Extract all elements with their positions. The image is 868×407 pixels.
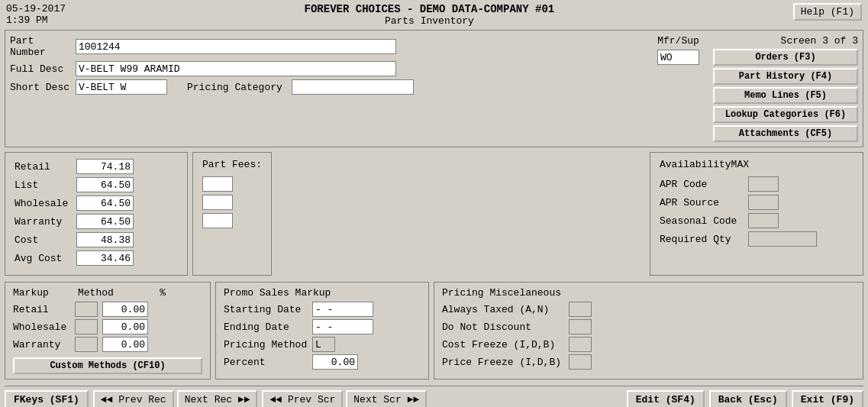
markup-retail-pct-input[interactable] bbox=[102, 302, 148, 317]
exit-button[interactable]: Exit (F9) bbox=[792, 390, 863, 407]
markup-wholesale-method-input[interactable] bbox=[75, 319, 98, 334]
apr-source-input[interactable] bbox=[748, 195, 779, 210]
pricing-category-input[interactable] bbox=[292, 79, 414, 95]
help-btn-wrapper: Help (F1) bbox=[793, 3, 862, 21]
memo-lines-button[interactable]: Memo Lines (F5) bbox=[713, 87, 858, 104]
retail-price-row: Retail bbox=[15, 159, 178, 174]
fee-input-1[interactable] bbox=[202, 176, 233, 192]
rec-nav-group: ◄◄ Prev Rec Next Rec ►► bbox=[93, 390, 258, 407]
cost-freeze-row: Cost Freeze (I,D,B) bbox=[442, 337, 855, 352]
edit-button[interactable]: Edit (SF4) bbox=[627, 390, 705, 407]
do-not-discount-label: Do Not Discount bbox=[442, 321, 564, 333]
header-center: FOREVER CHOICES - DEMO DATA-COMPANY #01 … bbox=[66, 3, 793, 27]
markup-pct-col-label: % bbox=[127, 287, 166, 299]
apr-source-label: APR Source bbox=[660, 197, 744, 208]
attachments-button[interactable]: Attachments (CF5) bbox=[713, 125, 858, 142]
price-freeze-input[interactable] bbox=[569, 354, 592, 370]
markup-warranty-method-input[interactable] bbox=[75, 337, 98, 352]
markup-header: Markup Method % bbox=[13, 287, 202, 299]
percent-input[interactable] bbox=[312, 354, 358, 370]
part-info: Part Number Full Desc Short Desc Pricing… bbox=[10, 35, 651, 142]
percent-row: Percent bbox=[224, 354, 421, 370]
pricing-misc-header: Pricing Miscelaneous bbox=[442, 287, 855, 299]
markup-warranty-label: Warranty bbox=[13, 339, 70, 350]
next-rec-button[interactable]: Next Rec ►► bbox=[177, 390, 258, 407]
short-desc-input[interactable] bbox=[76, 79, 167, 95]
avg-cost-price-row: Avg Cost bbox=[15, 250, 178, 266]
markup-wholesale-pct-input[interactable] bbox=[102, 319, 148, 334]
markup-warranty-pct-input[interactable] bbox=[102, 337, 148, 352]
top-section: Part Number Full Desc Short Desc Pricing… bbox=[5, 30, 863, 147]
promo-header: Promo Sales Markup bbox=[224, 287, 421, 299]
prev-rec-button[interactable]: ◄◄ Prev Rec bbox=[93, 390, 174, 407]
next-scr-button[interactable]: Next Scr ►► bbox=[346, 390, 427, 407]
cost-price-input[interactable] bbox=[76, 232, 134, 247]
fee-input-3[interactable] bbox=[202, 213, 233, 228]
prices-box: Retail List Wholesale Warranty Cost Avg … bbox=[5, 152, 188, 276]
markup-warranty-row: Warranty bbox=[13, 337, 202, 352]
pricing-method-label: Pricing Method bbox=[224, 339, 308, 350]
ending-date-row: Ending Date bbox=[224, 319, 421, 334]
starting-date-label: Starting Date bbox=[224, 304, 308, 315]
help-button[interactable]: Help (F1) bbox=[793, 3, 862, 21]
header-left: 05-19-2017 1:39 PM bbox=[6, 3, 66, 26]
pricing-misc-box: Pricing Miscelaneous Always Taxed (A,N) … bbox=[434, 282, 863, 380]
markup-wholesale-row: Wholesale bbox=[13, 319, 202, 334]
cost-freeze-label: Cost Freeze (I,D,B) bbox=[442, 339, 564, 350]
warranty-price-input[interactable] bbox=[76, 214, 134, 229]
time-display: 1:39 PM bbox=[6, 15, 66, 26]
required-qty-input[interactable] bbox=[748, 231, 817, 247]
seasonal-code-input[interactable] bbox=[748, 213, 779, 228]
price-freeze-label: Price Freeze (I,D,B) bbox=[442, 357, 564, 368]
starting-date-input[interactable] bbox=[312, 302, 373, 317]
markup-main-label: Markup bbox=[13, 287, 70, 299]
list-price-row: List bbox=[15, 177, 178, 192]
do-not-discount-input[interactable] bbox=[569, 319, 592, 334]
wholesale-price-input[interactable] bbox=[76, 195, 134, 211]
header: 05-19-2017 1:39 PM FOREVER CHOICES - DEM… bbox=[0, 0, 868, 28]
prev-scr-button[interactable]: ◄◄ Prev Scr bbox=[262, 390, 343, 407]
orders-button[interactable]: Orders (F3) bbox=[713, 49, 858, 66]
wholesale-price-label: Wholesale bbox=[15, 198, 72, 209]
retail-price-input[interactable] bbox=[76, 159, 134, 174]
apr-code-row: APR Code bbox=[660, 176, 853, 192]
list-price-input[interactable] bbox=[76, 177, 134, 192]
pricing-category-label: Pricing Category bbox=[187, 82, 282, 93]
page-subtitle: Parts Inventory bbox=[66, 15, 793, 27]
part-history-button[interactable]: Part History (F4) bbox=[713, 68, 858, 85]
full-desc-label: Full Desc bbox=[10, 63, 71, 75]
lookup-categories-button[interactable]: Lookup Categories (F6) bbox=[713, 106, 858, 123]
main-container: 05-19-2017 1:39 PM FOREVER CHOICES - DEM… bbox=[0, 0, 868, 407]
apr-source-row: APR Source bbox=[660, 195, 853, 210]
middle-spacer bbox=[276, 152, 645, 276]
retail-price-label: Retail bbox=[15, 161, 72, 173]
ending-date-input[interactable] bbox=[312, 319, 373, 334]
cost-freeze-input[interactable] bbox=[569, 337, 592, 352]
custom-methods-button[interactable]: Custom Methods (CF10) bbox=[13, 357, 202, 374]
wholesale-price-row: Wholesale bbox=[15, 195, 178, 211]
back-button[interactable]: Back (Esc) bbox=[709, 390, 787, 407]
company-title: FOREVER CHOICES - DEMO DATA-COMPANY #01 bbox=[66, 3, 793, 15]
avg-cost-price-input[interactable] bbox=[76, 250, 134, 266]
short-desc-label: Short Desc bbox=[10, 82, 71, 93]
fee-input-2[interactable] bbox=[202, 195, 233, 210]
markup-wholesale-label: Wholesale bbox=[13, 321, 70, 333]
seasonal-code-label: Seasonal Code bbox=[660, 215, 744, 227]
fkeys-button[interactable]: FKeys (SF1) bbox=[5, 390, 89, 407]
avail-title: AvailabilityMAX bbox=[660, 159, 853, 170]
warranty-price-label: Warranty bbox=[15, 216, 72, 228]
required-qty-label: Required Qty bbox=[660, 234, 744, 245]
always-taxed-input[interactable] bbox=[569, 302, 592, 317]
always-taxed-row: Always Taxed (A,N) bbox=[442, 302, 855, 317]
apr-code-input[interactable] bbox=[748, 176, 779, 192]
footer: FKeys (SF1) ◄◄ Prev Rec Next Rec ►► ◄◄ P… bbox=[5, 386, 863, 407]
mfr-sup-section: Mfr/Sup bbox=[657, 35, 699, 142]
part-number-input[interactable] bbox=[76, 39, 396, 54]
markup-retail-method-input[interactable] bbox=[75, 302, 98, 317]
full-desc-input[interactable] bbox=[76, 61, 396, 76]
required-qty-row: Required Qty bbox=[660, 231, 853, 247]
full-desc-row: Full Desc bbox=[10, 61, 651, 76]
pricing-method-input[interactable] bbox=[312, 337, 335, 352]
markup-retail-label: Retail bbox=[13, 304, 70, 315]
mfr-sup-input[interactable] bbox=[657, 50, 699, 65]
